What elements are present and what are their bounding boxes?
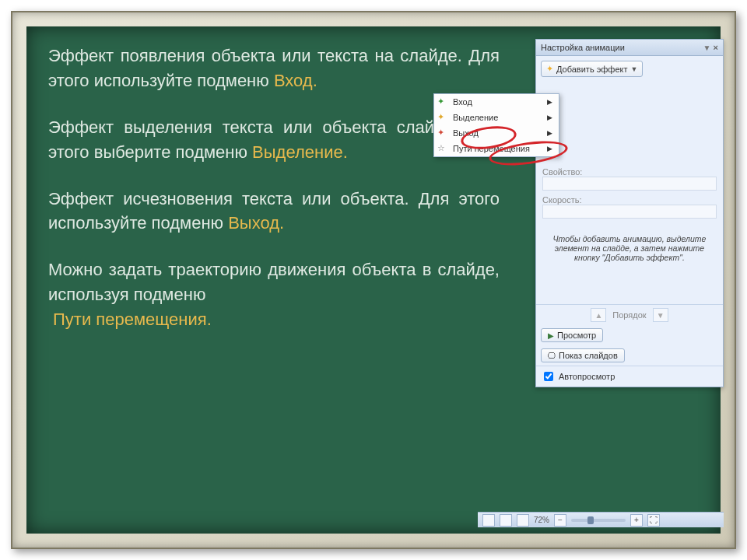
speed-select[interactable] bbox=[542, 205, 717, 219]
screen-icon: 🖵 bbox=[548, 352, 556, 360]
chalkboard-slide: Эффект появления объекта или текста на с… bbox=[26, 26, 721, 534]
close-icon[interactable]: × bbox=[714, 43, 718, 52]
menu-item-motion[interactable]: ☆ Пути перемещения ▶ bbox=[434, 141, 559, 156]
pane-controls: ▼ × bbox=[703, 43, 718, 52]
animation-pane: Настройка анимации ▼ × ✦ Добавить эффект… bbox=[535, 39, 724, 387]
play-icon: ▶ bbox=[548, 331, 554, 340]
slideshow-label: Показ слайдов bbox=[559, 351, 618, 360]
entry-icon: ✦ bbox=[437, 96, 444, 107]
menu-label: Вход bbox=[453, 97, 472, 107]
slideshow-button[interactable]: 🖵 Показ слайдов bbox=[541, 348, 625, 362]
wooden-frame: Эффект появления объекта или текста на с… bbox=[11, 11, 736, 549]
highlight-entry: Вход. bbox=[274, 71, 317, 90]
effect-submenu: ✦ Вход ▶ ✦ Выделение ▶ ✦ Выход ▶ bbox=[433, 93, 559, 157]
normal-view-button[interactable] bbox=[482, 514, 495, 527]
zoom-slider[interactable] bbox=[571, 519, 626, 522]
pin-icon[interactable]: ▼ bbox=[703, 44, 711, 52]
preview-label: Просмотр bbox=[557, 331, 596, 340]
pane-body: Свойство: Скорость: Чтобы добавить анима… bbox=[536, 159, 723, 304]
submenu-arrow-icon: ▶ bbox=[547, 98, 552, 106]
speed-label: Скорость: bbox=[542, 195, 717, 205]
move-down-button[interactable]: ▼ bbox=[653, 308, 668, 322]
emphasis-icon: ✦ bbox=[437, 112, 444, 122]
zoom-in-button[interactable]: + bbox=[630, 514, 643, 527]
paragraph-emphasis: Эффект выделения текста или объекта слай… bbox=[48, 115, 500, 165]
paragraph-entry: Эффект появления объекта или текста на с… bbox=[48, 44, 500, 93]
menu-label: Выход bbox=[453, 128, 479, 138]
sorter-view-button[interactable] bbox=[500, 514, 512, 527]
highlight-motion: Пути перемещения. bbox=[48, 310, 212, 329]
text: Можно задать траекторию движения объекта… bbox=[48, 260, 500, 304]
preview-button[interactable]: ▶ Просмотр bbox=[541, 328, 603, 342]
menu-label: Выделение bbox=[453, 113, 498, 122]
autopreview-checkbox[interactable]: Автопросмотр bbox=[536, 366, 723, 387]
status-bar: 72% − + ⛶ bbox=[478, 512, 724, 527]
reorder-bar: ▲ Порядок ▼ bbox=[536, 304, 723, 325]
highlight-exit: Выход. bbox=[228, 213, 284, 233]
order-label: Порядок bbox=[612, 310, 646, 320]
slide-text-block: Эффект появления объекта или текста на с… bbox=[48, 44, 500, 332]
star-icon: ✦ bbox=[546, 64, 553, 74]
add-effect-button[interactable]: ✦ Добавить эффект ▼ bbox=[541, 61, 643, 77]
menu-label: Пути перемещения bbox=[453, 144, 530, 153]
zoom-fit-button[interactable]: ⛶ bbox=[647, 514, 660, 527]
zoom-out-button[interactable]: − bbox=[554, 514, 566, 527]
move-up-button[interactable]: ▲ bbox=[591, 308, 606, 322]
submenu-arrow-icon: ▶ bbox=[547, 129, 552, 137]
motion-path-icon: ☆ bbox=[437, 143, 445, 153]
pane-title: Настройка анимации bbox=[541, 43, 625, 52]
highlight-emphasis: Выделение. bbox=[252, 142, 348, 162]
autopreview-label: Автопросмотр bbox=[559, 372, 615, 381]
submenu-arrow-icon: ▶ bbox=[547, 145, 552, 152]
menu-item-exit[interactable]: ✦ Выход ▶ bbox=[434, 125, 559, 141]
add-effect-label: Добавить эффект bbox=[556, 65, 627, 74]
submenu-arrow-icon: ▶ bbox=[547, 114, 552, 121]
slideshow-view-button[interactable] bbox=[517, 514, 529, 527]
chevron-down-icon: ▼ bbox=[630, 65, 637, 73]
menu-item-emphasis[interactable]: ✦ Выделение ▶ bbox=[434, 110, 559, 125]
paragraph-exit: Эффект исчезновения текста или объекта. … bbox=[48, 187, 500, 236]
property-label: Свойство: bbox=[542, 167, 717, 177]
menu-item-entry[interactable]: ✦ Вход ▶ bbox=[434, 94, 559, 110]
pane-header: Настройка анимации ▼ × bbox=[536, 40, 723, 56]
pane-hint: Чтобы добавить анимацию, выделите элемен… bbox=[552, 234, 707, 262]
property-select[interactable] bbox=[542, 177, 717, 191]
exit-icon: ✦ bbox=[437, 128, 444, 138]
autopreview-input[interactable] bbox=[544, 372, 553, 381]
paragraph-motion: Можно задать траекторию движения объекта… bbox=[48, 257, 500, 332]
zoom-value: 72% bbox=[534, 516, 549, 524]
